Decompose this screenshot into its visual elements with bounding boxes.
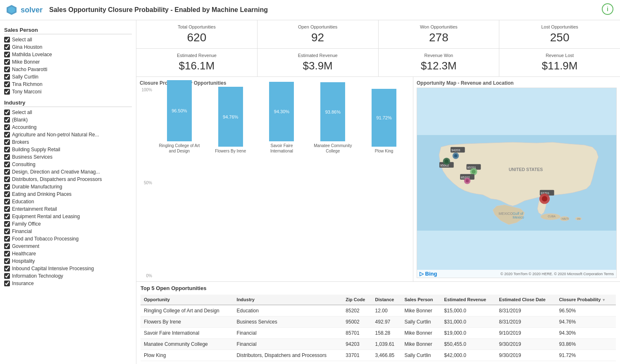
sales-person-checkbox[interactable] — [4, 52, 10, 57]
sales-person-item[interactable]: Mike Bonner — [4, 58, 132, 66]
industry-item[interactable]: Brokers — [4, 138, 132, 146]
sales-person-checkbox[interactable] — [4, 37, 10, 43]
sales-person-checkbox[interactable] — [4, 67, 10, 72]
sales-person-checkbox[interactable] — [4, 89, 10, 95]
table-col-header-2[interactable]: Zip Code — [342, 295, 372, 305]
industry-item[interactable]: Family Office — [4, 220, 132, 228]
industry-item[interactable]: Insurance — [4, 280, 132, 287]
industry-item[interactable]: Design, Direction and Creative Manag... — [4, 168, 132, 176]
table-cell-3-5: $50,455.0 — [441, 339, 496, 350]
sales-person-item[interactable]: Select all — [4, 36, 132, 43]
industry-checkbox[interactable] — [4, 214, 10, 219]
industry-checkbox[interactable] — [4, 221, 10, 227]
industry-checkbox[interactable] — [4, 273, 10, 279]
sales-person-checkbox[interactable] — [4, 74, 10, 80]
kpi-label2: Revenue Won — [385, 53, 493, 58]
industry-item[interactable]: Equipment Rental and Leasing — [4, 213, 132, 220]
industry-item[interactable]: Distributors, Dispatchers and Processors — [4, 176, 132, 183]
table-row[interactable]: Savoir Faire InternationalFinancial85701… — [141, 328, 616, 339]
industry-checkbox[interactable] — [4, 191, 10, 197]
industry-item[interactable]: Accounting — [4, 124, 132, 131]
industry-checkbox[interactable] — [4, 236, 10, 242]
table-row[interactable]: Plow KingDistributors, Dispatchers and P… — [141, 350, 616, 361]
table-col-header-0[interactable]: Opportunity — [141, 295, 234, 305]
table-row[interactable]: Flowers By IreneBusiness Services9500249… — [141, 316, 616, 328]
industry-checkbox[interactable] — [4, 124, 10, 130]
industry-checkbox[interactable] — [4, 281, 10, 286]
industry-item[interactable]: Agriculture and Non-petrol Natural Re... — [4, 131, 132, 138]
sort-icon[interactable]: ▼ — [602, 298, 606, 302]
svg-text:94203: 94203 — [451, 148, 460, 152]
industry-checkbox[interactable] — [4, 184, 10, 190]
table-col-header-1[interactable]: Industry — [234, 295, 343, 305]
industry-checkbox[interactable] — [4, 199, 10, 205]
industry-label: Hospitality — [12, 258, 35, 264]
table-cell-1-7: 94.76% — [556, 316, 616, 328]
industry-label: Insurance — [12, 281, 34, 286]
industry-checkbox[interactable] — [4, 266, 10, 271]
industry-item[interactable]: Food and Tobacco Processing — [4, 235, 132, 243]
table-col-header-6[interactable]: Estimated Close Date — [496, 295, 556, 305]
industry-item[interactable]: Select all — [4, 109, 132, 116]
sales-person-checkbox[interactable] — [4, 59, 10, 65]
industry-item[interactable]: Education — [4, 198, 132, 205]
kpi-value: 92 — [264, 31, 372, 44]
industry-checkbox[interactable] — [4, 109, 10, 115]
industry-checkbox[interactable] — [4, 154, 10, 160]
table-section: Top 5 Open Opportunities OpportunityIndu… — [136, 282, 620, 364]
industry-item[interactable]: Inbound Capital Intensive Processing — [4, 265, 132, 272]
bar: 91.72% — [372, 89, 396, 147]
sales-person-checkbox[interactable] — [4, 44, 10, 50]
industry-item[interactable]: Durable Manufacturing — [4, 183, 132, 190]
industry-item[interactable]: (Blank) — [4, 116, 132, 124]
kpi-card-2: Won Opportunities278 — [379, 20, 500, 48]
table-col-header-4[interactable]: Sales Person — [401, 295, 441, 305]
table-row[interactable]: Manatee Community CollegeFinancial942031… — [141, 339, 616, 350]
industry-checkbox[interactable] — [4, 139, 10, 145]
industry-item[interactable]: Building Supply Retail — [4, 146, 132, 153]
sales-person-item[interactable]: Mathilda Lovelace — [4, 51, 132, 58]
table-body: Ringling College of Art and DesignEducat… — [141, 305, 616, 361]
industry-checkbox[interactable] — [4, 162, 10, 167]
industry-item[interactable]: Eating and Drinking Places — [4, 190, 132, 198]
industry-checkbox[interactable] — [4, 258, 10, 264]
sales-person-item[interactable]: Gina Houston — [4, 43, 132, 51]
industry-item[interactable]: Information Technology — [4, 272, 132, 280]
sales-person-label: Select all — [12, 37, 32, 43]
industry-checkbox[interactable] — [4, 243, 10, 249]
table-col-header-5[interactable]: Estimated Revenue — [441, 295, 496, 305]
industry-item[interactable]: Government — [4, 243, 132, 250]
table-col-header-7[interactable]: Closure Probability▼ — [556, 295, 616, 305]
industry-item[interactable]: Business Services — [4, 153, 132, 161]
industry-checkbox[interactable] — [4, 228, 10, 234]
sales-person-item[interactable]: Tina Richmon — [4, 81, 132, 88]
industry-item[interactable]: Entertainment Retail — [4, 205, 132, 213]
sales-person-item[interactable]: Sally Curtlin — [4, 73, 132, 81]
industry-item[interactable]: Healthcare — [4, 250, 132, 257]
sales-person-checkbox[interactable] — [4, 81, 10, 87]
industry-label: Design, Direction and Creative Manag... — [12, 169, 100, 175]
sales-persons-list: Select allGina HoustonMathilda LovelaceM… — [4, 36, 132, 95]
industry-checkbox[interactable] — [4, 251, 10, 257]
table-cell-3-0: Manatee Community College — [141, 339, 234, 350]
industry-checkbox[interactable] — [4, 147, 10, 152]
industry-checkbox[interactable] — [4, 169, 10, 175]
industry-checkbox[interactable] — [4, 132, 10, 138]
kpi-row-1: Total Opportunities620Open Opportunities… — [136, 20, 620, 49]
kpi-label2: Estimated Revenue — [143, 53, 250, 58]
table-row[interactable]: Ringling College of Art and DesignEducat… — [141, 305, 616, 316]
industry-checkbox[interactable] — [4, 176, 10, 182]
table-col-header-3[interactable]: Distance — [372, 295, 401, 305]
table-cell-4-1: Distributors, Dispatchers and Processors — [234, 350, 343, 361]
industry-checkbox[interactable] — [4, 117, 10, 123]
bar-chart-panel: Closure Probability by Opportunities 100… — [136, 77, 413, 281]
sales-person-item[interactable]: Tony Marconi — [4, 88, 132, 95]
industry-item[interactable]: Consulting — [4, 161, 132, 168]
info-button[interactable]: i — [602, 3, 613, 15]
industry-checkbox[interactable] — [4, 206, 10, 212]
table-cell-4-5: $42,000.0 — [441, 350, 496, 361]
industry-item[interactable]: Hospitality — [4, 257, 132, 265]
sales-person-item[interactable]: Nacho Pavarotti — [4, 66, 132, 73]
industry-item[interactable]: Financial — [4, 228, 132, 235]
table-cell-4-3: 3,466.85 — [372, 350, 401, 361]
